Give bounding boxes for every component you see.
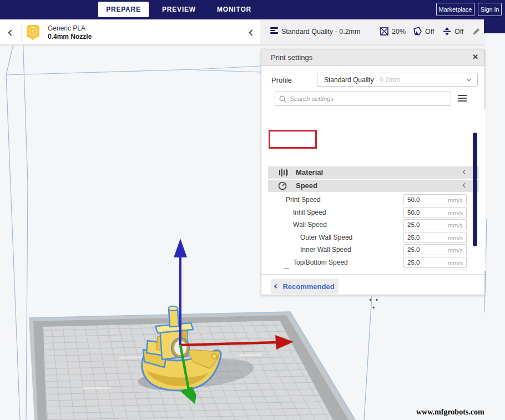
setting-value: 25.0 <box>407 221 420 228</box>
search-settings-input[interactable]: Search settings <box>275 92 451 106</box>
category-label: Material <box>296 168 323 176</box>
setting-unit: mm/s <box>448 197 463 204</box>
extruder-icon-tail <box>30 37 36 41</box>
adhesion-value: Off <box>454 28 463 36</box>
material-icon <box>278 168 288 177</box>
setting-row-outer-wall-speed: Outer Wall Speed25.0mm/s <box>268 231 479 244</box>
recommended-label: Recommended <box>282 282 334 291</box>
setting-unit: mm/s <box>448 235 463 241</box>
top-navigation-bar: PREPARE PREVIEW MONITOR Marketplace Sign… <box>0 0 505 19</box>
panel-title: Print settings <box>271 53 312 62</box>
setting-label: Top/Bottom Speed <box>293 259 348 266</box>
setting-row-print-speed: Print Speed50.0mm/s <box>268 194 479 206</box>
edit-pencil-icon[interactable] <box>472 28 480 36</box>
tab-monitor[interactable]: MONITOR <box>210 2 259 17</box>
topbar-extension <box>484 19 505 33</box>
marketplace-button[interactable]: Marketplace <box>436 3 474 16</box>
chevron-left-icon <box>274 284 279 289</box>
profile-dropdown-value: Standard Quality - 0.2mm <box>324 76 400 84</box>
setting-row-travel-speed: Travel Speed150.0mm/s <box>268 269 479 271</box>
setting-value-field[interactable]: 50.0mm/s <box>403 194 467 205</box>
profile-dropdown[interactable]: Standard Quality - 0.2mm <box>317 73 478 87</box>
setting-row-top-bottom-speed: Top/Bottom Speed25.0mm/s <box>268 256 479 269</box>
watermark: www.mfgrobots.com <box>416 408 503 417</box>
tab-preview[interactable]: PREVIEW <box>158 2 200 17</box>
category-label: Speed <box>296 181 317 190</box>
recommended-mode-button[interactable]: Recommended <box>271 279 339 294</box>
setting-value: 25.0 <box>407 246 420 253</box>
infill-value: 20% <box>392 28 406 36</box>
settings-menu-icon[interactable] <box>458 95 467 102</box>
settings-scrollbar[interactable] <box>473 133 477 246</box>
chevron-collapse-icon <box>463 183 467 188</box>
setting-value-field[interactable]: 50.0mm/s <box>403 207 467 218</box>
setting-value-field[interactable]: 25.0mm/s <box>403 219 467 230</box>
setting-value: 50.0 <box>407 209 420 216</box>
setting-unit: mm/s <box>448 247 463 254</box>
panel-footer-divider <box>261 274 484 275</box>
close-icon[interactable]: ✕ <box>472 53 478 61</box>
setting-label: Outer Wall Speed <box>300 234 352 241</box>
support-value: Off <box>425 28 434 36</box>
search-icon <box>279 95 287 103</box>
print-settings-panel: Print settings ✕ Profile Standard Qualit… <box>261 49 485 295</box>
setting-label: Inner Wall Speed <box>300 246 351 254</box>
setting-row-infill-speed: Infill Speed50.0mm/s <box>268 206 479 219</box>
nozzle-size: 0.4mm Nozzle <box>48 33 92 41</box>
speed-icon <box>278 181 288 190</box>
setting-unit: mm/s <box>448 222 463 229</box>
extruder-number: 1 <box>29 27 37 36</box>
setting-value-field[interactable]: 25.0mm/s <box>403 257 467 268</box>
setting-row-inner-wall-speed: Inner Wall Speed25.0mm/s <box>268 244 479 256</box>
chevron-collapse-icon <box>463 170 467 174</box>
category-speed[interactable]: Speed <box>268 180 479 192</box>
setting-unit: mm/s <box>448 260 463 266</box>
collapse-material-chevron-icon[interactable] <box>249 29 255 36</box>
collapse-left-chevron-icon[interactable] <box>8 29 14 36</box>
setting-label: Infill Speed <box>293 209 326 216</box>
setting-value: 50.0 <box>407 196 420 203</box>
search-placeholder: Search settings <box>290 95 334 102</box>
panel-resize-handle[interactable]: • • • <box>367 296 381 312</box>
setting-value: 25.0 <box>407 259 420 266</box>
setting-value-field[interactable]: 25.0mm/s <box>403 232 467 243</box>
print-speed-highlight-annotation <box>269 130 317 149</box>
divider <box>21 23 22 42</box>
panel-header: Print settings ✕ <box>261 49 484 66</box>
quality-layers-icon <box>270 27 278 35</box>
material-name: Generic PLA <box>48 24 85 32</box>
setting-row-wall-speed: Wall Speed25.0mm/s <box>268 219 479 231</box>
chevron-down-icon <box>467 77 471 81</box>
profile-summary-text: Standard Quality - 0.2mm <box>281 28 360 36</box>
extruder-1-icon: 1 <box>27 25 39 38</box>
setting-value: 25.0 <box>407 234 420 241</box>
setting-label: Print Speed <box>286 196 321 204</box>
printer-material-card[interactable]: 1 Generic PLA 0.4mm Nozzle <box>0 20 261 45</box>
category-material[interactable]: Material <box>268 166 479 179</box>
setting-unit: mm/s <box>448 210 463 216</box>
adhesion-icon <box>443 27 451 36</box>
profile-label: Profile <box>271 76 292 84</box>
z-axis-arrowhead[interactable] <box>174 239 187 257</box>
setting-label: Wall Speed <box>293 221 327 229</box>
tab-prepare[interactable]: PREPARE <box>98 2 149 17</box>
signin-button[interactable]: Sign in <box>478 3 502 16</box>
setting-value-field[interactable]: 25.0mm/s <box>403 244 467 255</box>
setting-value-field[interactable]: 150.0mm/s <box>403 270 467 271</box>
infill-icon <box>380 27 388 36</box>
support-icon <box>413 27 422 36</box>
